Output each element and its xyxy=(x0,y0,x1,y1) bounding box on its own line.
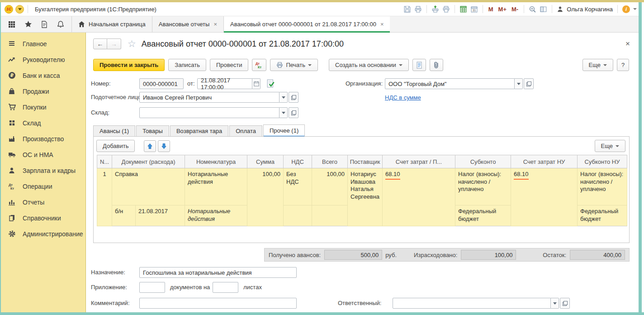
account-link[interactable]: 68.10 xyxy=(514,171,529,180)
sidebar-item-operations[interactable]: ДтКт Операции xyxy=(1,178,85,194)
supplier-cell[interactable]: Нотариус Ивашова Наталья Сергеевна xyxy=(348,168,383,226)
sidebar-item-production[interactable]: Производство xyxy=(1,131,85,147)
memory-minus-button[interactable]: M- xyxy=(511,6,519,13)
col-header-total[interactable]: Всего xyxy=(312,155,348,168)
chevron-down-icon[interactable] xyxy=(633,8,637,10)
tab-advance-reports[interactable]: Авансовые отчеты × xyxy=(152,16,223,32)
col-header-num[interactable]: N... xyxy=(97,155,112,168)
open-button[interactable] xyxy=(289,92,298,103)
tab-goods[interactable]: Товары xyxy=(136,125,169,137)
purpose-field[interactable]: Госпошлина за нотариальные действия xyxy=(139,267,297,278)
forward-button[interactable]: → xyxy=(107,38,121,49)
sidebar-item-sales[interactable]: Продажи xyxy=(1,83,85,99)
date-field[interactable]: 21.08.2017 17:00:00 xyxy=(197,78,260,89)
main-menu-button[interactable] xyxy=(15,5,24,14)
tab-payment[interactable]: Оплата xyxy=(229,125,262,137)
attachments-button[interactable] xyxy=(430,59,443,71)
calendar-icon[interactable]: 31 xyxy=(470,5,478,13)
open-button[interactable] xyxy=(524,78,534,89)
sidebar-item-administration[interactable]: Администрирование xyxy=(1,226,85,242)
cost-account-nu-cell[interactable]: 68.10 xyxy=(511,168,578,226)
current-user-name[interactable]: Ольга Корчагина xyxy=(567,6,613,13)
items-table[interactable]: N... Документ (расхода) Номенклатура Сум… xyxy=(97,155,627,226)
warehouse-value[interactable] xyxy=(139,107,279,118)
favorite-star-icon[interactable]: ☆ xyxy=(128,38,136,49)
help-button[interactable]: ? xyxy=(617,59,629,71)
more-button[interactable]: Еще xyxy=(582,59,613,71)
table-header-row[interactable]: N... Документ (расхода) Номенклатура Сум… xyxy=(97,155,627,168)
sidebar-item-directories[interactable]: Справочники xyxy=(1,210,85,226)
tab-home[interactable]: Начальная страница xyxy=(71,16,152,32)
col-header-supplier[interactable]: Поставщик xyxy=(348,155,383,168)
notifications-bell-icon[interactable] xyxy=(52,21,69,28)
calendar-picker-button[interactable] xyxy=(252,78,260,89)
favorites-star-icon[interactable] xyxy=(20,20,36,28)
sidebar-item-main[interactable]: Главное xyxy=(1,36,85,52)
print-button[interactable]: Печать xyxy=(270,59,318,71)
vat-in-sum-link[interactable]: НДС в сумме xyxy=(385,94,421,101)
split-view-icon[interactable] xyxy=(540,5,547,13)
print-send-icon[interactable] xyxy=(431,5,439,13)
tab-other[interactable]: Прочее (1) xyxy=(263,124,305,137)
document-posted-icon[interactable] xyxy=(266,79,275,88)
document-date-cell[interactable]: 21.08.2017 xyxy=(136,205,185,226)
show-postings-button[interactable]: ДтКт xyxy=(252,59,266,71)
warehouse-field[interactable] xyxy=(139,107,298,118)
tab-returnable-packaging[interactable]: Возвратная тара xyxy=(170,125,228,137)
print-icon[interactable] xyxy=(414,5,422,13)
sidebar-item-purchases[interactable]: Покупки xyxy=(1,99,85,115)
organization-field[interactable]: ООО "Торговый Дом" xyxy=(385,78,534,89)
calculator-icon[interactable] xyxy=(459,5,467,13)
total-cell[interactable]: 100,00 xyxy=(312,168,348,205)
memory-recall-button[interactable]: M xyxy=(488,6,494,13)
total-detail-cell[interactable] xyxy=(312,205,348,226)
col-header-subconto[interactable]: Субконто xyxy=(455,155,511,168)
col-header-document[interactable]: Документ (расхода) xyxy=(112,155,185,168)
document-number-cell[interactable]: б/н xyxy=(112,205,136,226)
attachment-docs-field[interactable] xyxy=(139,282,165,293)
organization-value[interactable]: ООО "Торговый Дом" xyxy=(385,78,515,89)
tab-advance-report-document[interactable]: Авансовый отчет 0000-000001 от 21.08.201… xyxy=(223,16,390,32)
nomenclature-detail-cell[interactable]: Нотариальные действия xyxy=(185,205,247,226)
cost-account-cell[interactable]: 68.10 xyxy=(383,168,455,226)
dropdown-button[interactable] xyxy=(551,298,559,309)
sum-cell[interactable]: 100,00 xyxy=(247,168,284,226)
date-value[interactable]: 21.08.2017 17:00:00 xyxy=(197,78,252,89)
subconto-nu-detail-cell[interactable]: Федеральный бюджет xyxy=(578,205,627,226)
dropdown-button[interactable] xyxy=(279,92,288,103)
apps-grid-icon[interactable] xyxy=(4,21,20,28)
write-button[interactable]: Записать xyxy=(168,59,206,71)
comment-field[interactable] xyxy=(139,298,297,309)
account-link[interactable]: 68.10 xyxy=(385,171,400,180)
responsible-field[interactable] xyxy=(393,298,570,309)
person-field[interactable]: Иванов Сергей Петрович xyxy=(139,92,298,103)
post-button[interactable]: Провести xyxy=(210,59,249,71)
number-field[interactable]: 0000-000001 xyxy=(139,78,184,89)
col-header-subconto-nu[interactable]: Субконто НУ xyxy=(578,155,627,168)
zoom-icon[interactable] xyxy=(529,5,536,13)
col-header-vat[interactable]: НДС xyxy=(284,155,312,168)
open-button[interactable] xyxy=(560,298,570,309)
subconto-nu-cell[interactable]: Налог (взносы): начислено / уплачено xyxy=(578,168,627,205)
subconto-detail-cell[interactable]: Федеральный бюджет xyxy=(455,205,511,226)
col-header-sum[interactable]: Сумма xyxy=(247,155,284,168)
nomenclature-cell[interactable]: Нотариальные действия xyxy=(185,168,247,205)
dropdown-button[interactable] xyxy=(279,107,288,118)
col-header-cost-account-nu[interactable]: Счет затрат НУ xyxy=(511,155,578,168)
create-on-basis-button[interactable]: Создать на основании xyxy=(329,59,409,71)
sidebar-item-manager[interactable]: Руководителю xyxy=(1,52,85,67)
attachment-sheets-field[interactable] xyxy=(213,282,238,293)
subconto-cell[interactable]: Налог (взносы): начислено / уплачено xyxy=(455,168,511,205)
open-button[interactable] xyxy=(289,107,298,118)
sidebar-item-payroll[interactable]: Зарплата и кадры xyxy=(1,162,85,178)
history-icon[interactable] xyxy=(36,21,52,28)
back-button[interactable]: ← xyxy=(93,38,107,49)
table-more-button[interactable]: Еще xyxy=(595,140,625,152)
close-icon[interactable]: × xyxy=(625,40,630,48)
document-cell[interactable]: Справка xyxy=(112,168,185,205)
add-row-button[interactable]: Добавить xyxy=(96,140,135,152)
dropdown-button[interactable] xyxy=(515,78,523,89)
col-header-nomenclature[interactable]: Номенклатура xyxy=(185,155,247,168)
tab-advances[interactable]: Авансы (1) xyxy=(93,125,135,137)
close-icon[interactable]: × xyxy=(380,21,384,28)
